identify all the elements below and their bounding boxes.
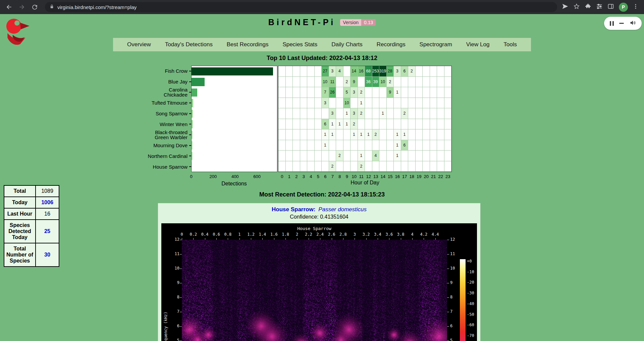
heatmap-cell [430,151,437,161]
spec-x-tick: 3.2 [363,232,370,237]
spec-x-tick: 1.8 [282,232,289,237]
heatmap-cell [379,161,387,172]
heatmap-cell: 1 [351,129,358,140]
seek-bar[interactable] [619,23,624,24]
heatmap-cell [408,108,416,119]
reload-icon[interactable] [29,1,40,13]
heatmap-cell: 1 [336,119,343,130]
heatmap-axis-label: Hour of Day [351,180,379,186]
hour-x-tick: 22 [438,174,443,179]
heatmap-cell [286,98,293,109]
heatmap-cell [401,98,409,109]
heatmap-cell [437,108,444,119]
heatmap-cell [416,151,423,161]
birdnet-page: BirdNET-Pi Version 0.13 OverviewToday's … [0,14,644,341]
heatmap-cell [336,98,343,109]
heatmap-cell: 1 [343,108,351,119]
extensions-icon[interactable] [585,3,591,11]
heatmap-cell [408,98,416,109]
spec-x-tick: 2.2 [305,232,312,237]
spec-x-tick-mark [320,238,320,240]
hour-x-tick: 20 [424,174,429,179]
nav-item-best-recordings[interactable]: Best Recordings [227,41,269,48]
nav-item-view-log[interactable]: View Log [466,41,490,48]
heatmap-cell [423,98,430,109]
species-label-text: Winter Wren [160,122,187,127]
hourly-heatmap: 2734141668253319283621011293639102726532… [278,66,452,172]
species-label: House Sparrow [141,161,191,172]
nav-item-recordings[interactable]: Recordings [377,41,406,48]
spec-x-tick: 0.8 [224,232,232,237]
species-common-name[interactable]: House Sparrow: [272,206,315,213]
spec-y-tick-mark [447,240,449,240]
heatmap-cell: 3 [329,66,336,77]
heatmap-cell [307,129,315,140]
heatmap-cell [293,161,300,172]
heatmap-cell: 6 [401,66,409,77]
heatmap-cell [307,161,315,172]
stats-value: 16 [36,208,59,220]
spec-y-tick-mark [180,283,182,283]
species-scientific-name[interactable]: Passer domesticus [318,206,367,213]
nav-item-today-s-detections[interactable]: Today's Detections [165,41,213,48]
bookmark-star-icon[interactable] [573,3,580,11]
spec-y-tick-right: 9 [450,280,452,285]
spec-y-tick-right: 12 [450,237,455,242]
heatmap-cell [358,119,365,130]
heatmap-cell [365,140,372,151]
heatmap-cell [444,77,452,88]
heatmap-cell: 1 [358,98,365,109]
heatmap-cell [379,129,387,140]
version-label: Version [340,19,361,26]
heatmap-cell: 2 [358,161,365,172]
hour-x-tick: 4 [310,174,312,179]
stats-value-link[interactable]: 1006 [36,197,59,208]
forward-icon[interactable] [16,1,28,13]
heatmap-cell [444,151,452,161]
heatmap-cell [300,77,308,88]
spec-x-tick: 1 [238,232,240,237]
spec-y-tick-left: 6 [169,324,179,328]
heatmap-cell [444,140,452,151]
side-panel-icon[interactable] [607,3,614,11]
pause-icon[interactable] [610,21,614,26]
profile-avatar[interactable]: P [619,3,628,12]
bar-x-tick: 400 [231,174,239,179]
nav-item-overview[interactable]: Overview [127,41,151,48]
nav-item-spectrogram[interactable]: Spectrogram [420,41,452,48]
version-value: 0.13 [361,19,376,26]
heatmap-cell [322,108,329,119]
address-bar[interactable]: virginia.birdnetpi.com/?stream=play [45,2,557,12]
heatmap-cell: 1 [358,129,365,140]
heatmap-cell [437,161,444,172]
spec-x-tick: 3.8 [397,232,405,237]
spec-x-tick: 1.6 [270,232,278,237]
back-icon[interactable] [3,1,15,13]
detection-bar [192,78,205,86]
heatmap-cell [322,161,329,172]
send-icon[interactable] [562,3,569,11]
stats-value-link[interactable]: 30 [36,243,59,267]
spec-y-tick-mark [180,326,182,327]
heatmap-cell: 10 [343,98,351,109]
heatmap-cell [278,87,286,98]
heatmap-cell [437,129,444,140]
nav-item-species-stats[interactable]: Species Stats [282,41,317,48]
nav-item-tools[interactable]: Tools [503,41,517,48]
detection-species-link[interactable]: House Sparrow:Passer domesticus [158,206,480,213]
spec-x-tick: 0.2 [190,232,197,237]
heatmap-cell [408,161,416,172]
tune-icon[interactable] [596,3,603,11]
heatmap-cell [365,108,372,119]
volume-icon[interactable] [630,19,636,27]
nav-item-daily-charts[interactable]: Daily Charts [331,41,363,48]
stats-value-link[interactable]: 25 [36,220,59,243]
heatmap-cell: 28 [387,66,394,77]
menu-dots-icon[interactable] [633,3,639,11]
heatmap-cell [430,161,437,172]
heatmap-cell [329,151,336,161]
most-recent-heading: Most Recent Detection: 2022-04-13 18:15:… [0,191,644,198]
heatmap-cell: 1 [379,108,387,119]
heatmap-cell: 3 [322,98,329,109]
species-label-text: Carolina Chickadee [145,87,187,97]
